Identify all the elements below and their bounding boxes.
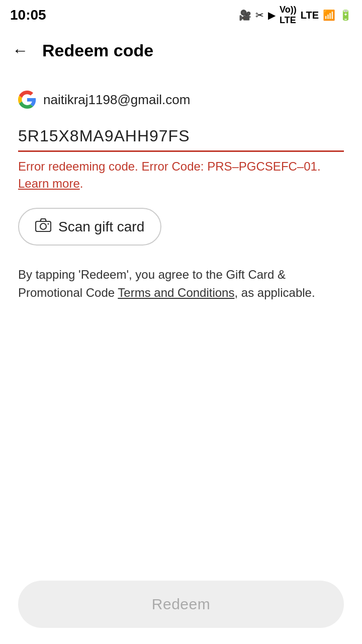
account-email: naitikraj1198@gmail.com bbox=[43, 92, 190, 108]
error-text: Error redeeming code. Error Code: PRS–PG… bbox=[18, 159, 321, 173]
back-arrow-icon: ← bbox=[12, 41, 28, 59]
page-title: Redeem code bbox=[42, 41, 153, 60]
status-time: 10:05 bbox=[10, 7, 46, 23]
signal-icon: 📶 bbox=[323, 9, 335, 21]
learn-more-link[interactable]: Learn more bbox=[18, 177, 80, 190]
call-icon: ✂ bbox=[255, 9, 264, 21]
camera-icon: 🎥 bbox=[239, 9, 251, 21]
error-period: . bbox=[80, 177, 83, 190]
redeem-button[interactable]: Redeem bbox=[18, 581, 344, 628]
back-button[interactable]: ← bbox=[10, 40, 30, 60]
lte-icon: LTE bbox=[301, 10, 319, 21]
battery-icon: 🔋 bbox=[339, 9, 352, 21]
svg-point-1 bbox=[40, 223, 46, 229]
svg-point-2 bbox=[48, 223, 49, 225]
header: ← Redeem code bbox=[0, 30, 362, 70]
google-logo-icon bbox=[18, 91, 36, 109]
code-input-wrapper bbox=[18, 123, 344, 152]
code-input[interactable] bbox=[18, 123, 344, 152]
error-message: Error redeeming code. Error Code: PRS–PG… bbox=[18, 158, 344, 192]
terms-link[interactable]: Terms and Conditions bbox=[118, 286, 234, 299]
status-icons: 🎥 ✂ ▶ Vo))LTE LTE 📶 🔋 bbox=[239, 5, 352, 26]
play-icon: ▶ bbox=[268, 9, 276, 21]
status-bar: 10:05 🎥 ✂ ▶ Vo))LTE LTE 📶 🔋 bbox=[0, 0, 362, 30]
camera-scan-icon bbox=[35, 218, 51, 235]
terms-text: By tapping 'Redeem', you agree to the Gi… bbox=[18, 266, 344, 302]
bottom-bar: Redeem bbox=[0, 571, 362, 644]
volte-icon: Vo))LTE bbox=[280, 5, 297, 26]
account-row: naitikraj1198@gmail.com bbox=[18, 91, 344, 109]
scan-button-label: Scan gift card bbox=[58, 219, 144, 235]
scan-gift-card-button[interactable]: Scan gift card bbox=[18, 208, 161, 246]
main-content: naitikraj1198@gmail.com Error redeeming … bbox=[0, 70, 362, 302]
terms-after: , as applicable. bbox=[234, 286, 315, 299]
